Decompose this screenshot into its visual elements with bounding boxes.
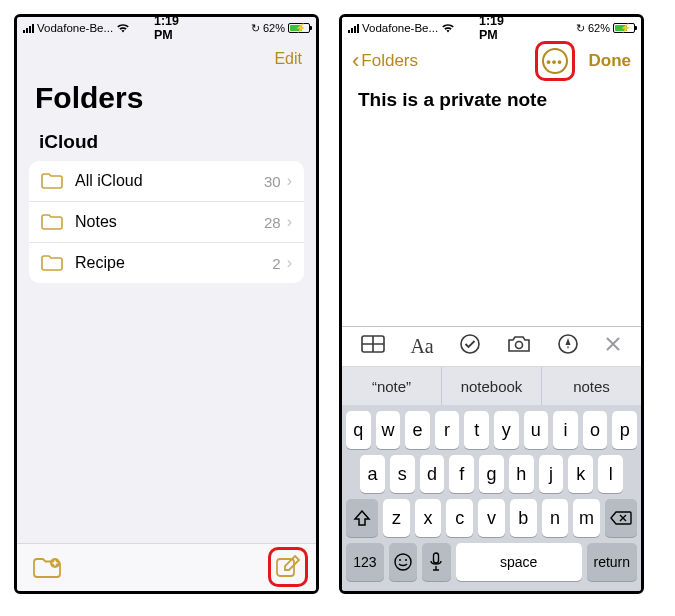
- clock-label: 1:19 PM: [154, 14, 179, 42]
- back-button[interactable]: ‹ Folders: [352, 50, 418, 72]
- key-u[interactable]: u: [524, 411, 549, 449]
- folder-icon: [41, 214, 63, 230]
- key-123[interactable]: 123: [346, 543, 384, 581]
- folder-row-all-icloud[interactable]: All iCloud 30 ›: [29, 161, 304, 202]
- nav-bar: Edit: [17, 39, 316, 79]
- more-button[interactable]: •••: [542, 48, 568, 74]
- battery-icon: ⚡: [613, 23, 635, 33]
- ellipsis-icon: •••: [546, 54, 563, 69]
- edit-button[interactable]: Edit: [274, 50, 302, 68]
- new-folder-button[interactable]: [33, 557, 61, 579]
- table-icon[interactable]: [361, 335, 385, 358]
- key-i[interactable]: i: [553, 411, 578, 449]
- key-l[interactable]: l: [598, 455, 623, 493]
- key-v[interactable]: v: [478, 499, 505, 537]
- nav-bar: ‹ Folders ••• Done: [342, 39, 641, 83]
- key-space[interactable]: space: [456, 543, 582, 581]
- note-editor-screen: Vodafone-Be... 1:19 PM ↻ 62% ⚡ ‹ Folders…: [339, 14, 644, 594]
- signal-icon: [23, 24, 34, 33]
- carrier-label: Vodafone-Be...: [362, 22, 438, 34]
- key-emoji[interactable]: [389, 543, 417, 581]
- section-header: iCloud: [17, 125, 316, 161]
- key-dictation[interactable]: [422, 543, 450, 581]
- key-g[interactable]: g: [479, 455, 504, 493]
- carrier-label: Vodafone-Be...: [37, 22, 113, 34]
- folder-label: All iCloud: [75, 172, 264, 190]
- folder-icon: [41, 255, 63, 271]
- key-q[interactable]: q: [346, 411, 371, 449]
- back-label: Folders: [361, 51, 418, 71]
- markup-icon[interactable]: [557, 333, 579, 360]
- key-h[interactable]: h: [509, 455, 534, 493]
- folder-count: 30: [264, 173, 281, 190]
- svg-point-7: [399, 559, 401, 561]
- clock-label: 1:19 PM: [479, 14, 504, 42]
- key-b[interactable]: b: [510, 499, 537, 537]
- key-k[interactable]: k: [568, 455, 593, 493]
- note-title: This is a private note: [358, 89, 625, 111]
- status-bar: Vodafone-Be... 1:19 PM ↻ 62% ⚡: [342, 17, 641, 39]
- prediction-1[interactable]: “note”: [342, 367, 442, 405]
- compose-button[interactable]: [275, 554, 301, 580]
- folder-label: Notes: [75, 213, 264, 231]
- folder-row-recipe[interactable]: Recipe 2 ›: [29, 243, 304, 283]
- key-n[interactable]: n: [542, 499, 569, 537]
- folder-count: 28: [264, 214, 281, 231]
- wifi-icon: [441, 21, 455, 36]
- key-x[interactable]: x: [415, 499, 442, 537]
- folder-row-notes[interactable]: Notes 28 ›: [29, 202, 304, 243]
- key-f[interactable]: f: [449, 455, 474, 493]
- signal-icon: [348, 24, 359, 33]
- key-p[interactable]: p: [612, 411, 637, 449]
- key-r[interactable]: r: [435, 411, 460, 449]
- folder-list: All iCloud 30 › Notes 28 › Recipe 2 ›: [29, 161, 304, 283]
- page-title: Folders: [17, 79, 316, 125]
- folder-icon: [41, 173, 63, 189]
- svg-rect-9: [434, 553, 439, 563]
- chevron-right-icon: ›: [287, 254, 292, 272]
- checklist-icon[interactable]: [459, 333, 481, 360]
- svg-point-3: [461, 335, 479, 353]
- svg-point-8: [405, 559, 407, 561]
- key-y[interactable]: y: [494, 411, 519, 449]
- chevron-right-icon: ›: [287, 213, 292, 231]
- wifi-icon: [116, 21, 130, 36]
- note-body[interactable]: This is a private note: [342, 83, 641, 326]
- folder-label: Recipe: [75, 254, 272, 272]
- chevron-right-icon: ›: [287, 172, 292, 190]
- key-a[interactable]: a: [360, 455, 385, 493]
- folder-count: 2: [272, 255, 280, 272]
- key-d[interactable]: d: [420, 455, 445, 493]
- folders-screen: Vodafone-Be... 1:19 PM ↻ 62% ⚡ Edit Fold…: [14, 14, 319, 594]
- key-s[interactable]: s: [390, 455, 415, 493]
- sync-icon: ↻: [251, 22, 260, 35]
- svg-point-6: [395, 554, 411, 570]
- done-button[interactable]: Done: [589, 51, 632, 71]
- sync-icon: ↻: [576, 22, 585, 35]
- key-j[interactable]: j: [539, 455, 564, 493]
- highlight-more: •••: [535, 41, 575, 81]
- key-o[interactable]: o: [583, 411, 608, 449]
- key-m[interactable]: m: [573, 499, 600, 537]
- key-backspace[interactable]: [605, 499, 637, 537]
- key-e[interactable]: e: [405, 411, 430, 449]
- battery-icon: ⚡: [288, 23, 310, 33]
- camera-icon[interactable]: [507, 335, 531, 358]
- key-t[interactable]: t: [464, 411, 489, 449]
- svg-point-4: [515, 342, 522, 349]
- key-w[interactable]: w: [376, 411, 401, 449]
- key-shift[interactable]: [346, 499, 378, 537]
- prediction-2[interactable]: notebook: [442, 367, 542, 405]
- prediction-bar: “note” notebook notes: [342, 367, 641, 405]
- format-button[interactable]: Aa: [410, 335, 433, 358]
- prediction-3[interactable]: notes: [542, 367, 641, 405]
- keyboard: Aa “note” notebook notes q w e r t: [342, 326, 641, 591]
- key-return[interactable]: return: [587, 543, 637, 581]
- chevron-left-icon: ‹: [352, 50, 359, 72]
- close-icon[interactable]: [604, 335, 622, 358]
- keyboard-toolbar: Aa: [342, 327, 641, 367]
- key-c[interactable]: c: [446, 499, 473, 537]
- battery-pct-label: 62%: [588, 22, 610, 34]
- key-z[interactable]: z: [383, 499, 410, 537]
- highlight-compose: [268, 547, 308, 587]
